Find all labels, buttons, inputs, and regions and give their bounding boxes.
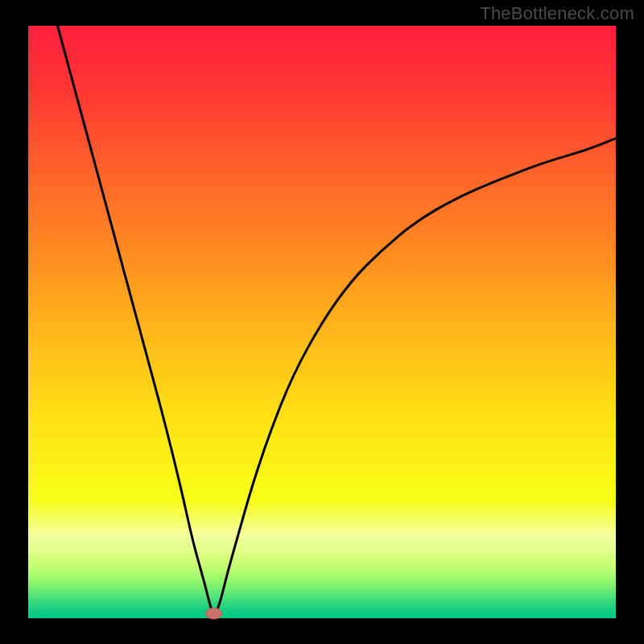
- watermark-text: TheBottleneck.com: [480, 3, 634, 24]
- chart-frame: TheBottleneck.com: [0, 0, 644, 644]
- optimal-point-marker: [206, 608, 222, 619]
- bottleneck-chart: [0, 0, 644, 644]
